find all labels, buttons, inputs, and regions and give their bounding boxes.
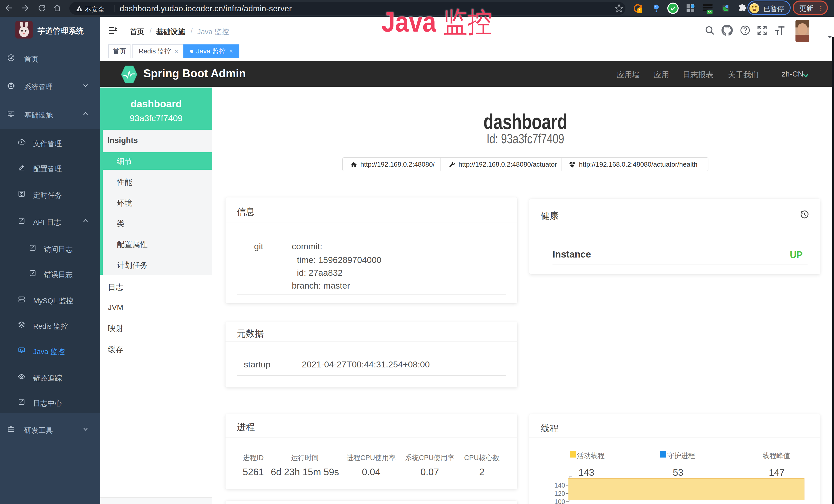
svg-text:on: on [708,10,711,14]
svg-text:1: 1 [639,9,641,13]
